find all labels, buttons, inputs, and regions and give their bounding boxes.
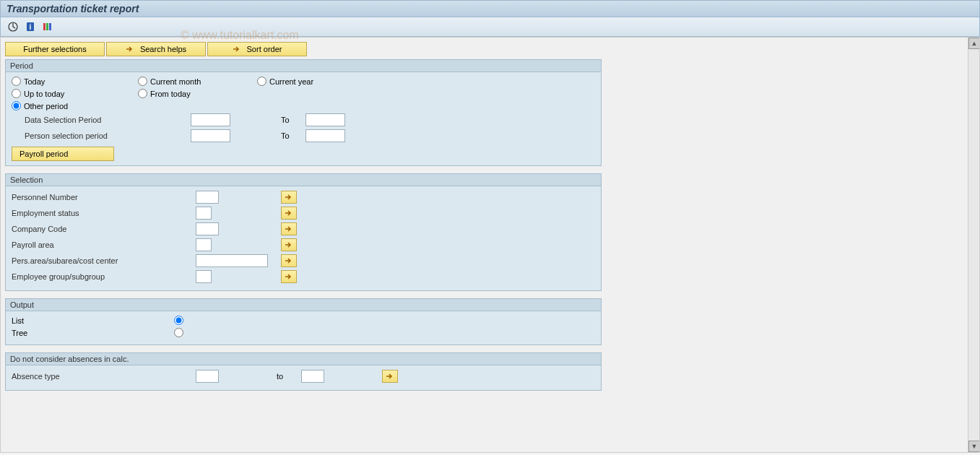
absences-group: Do not consider absences in calc. Absenc… [5, 352, 602, 391]
radio-up-to-today-input[interactable] [12, 89, 21, 98]
scroll-up-icon[interactable]: ▲ [968, 38, 980, 49]
scrollbar-vertical[interactable]: ▲ ▼ [968, 38, 979, 452]
svg-rect-5 [49, 23, 51, 30]
radio-today-input[interactable] [12, 77, 21, 86]
absence-type-from[interactable] [196, 370, 219, 383]
employee-group-input[interactable] [196, 270, 212, 283]
radio-current-year[interactable]: Current year [257, 77, 313, 86]
period-group: Period Today Current month Current year [5, 59, 602, 166]
output-list-label: List [12, 316, 174, 325]
output-tree-label: Tree [12, 329, 174, 337]
page-title: Transportation ticket report [6, 3, 139, 14]
top-button-row: Further selections Search helps Sort ord… [5, 42, 975, 56]
variant-icon[interactable] [41, 20, 54, 33]
radio-current-month[interactable]: Current month [138, 77, 257, 86]
radio-from-today[interactable]: From today [138, 89, 257, 98]
radio-other-period-input[interactable] [12, 101, 21, 110]
info-icon[interactable]: i [24, 20, 37, 33]
personnel-number-input[interactable] [196, 191, 219, 204]
arrow-right-icon [126, 46, 136, 53]
absence-to-label: to [277, 372, 298, 381]
absence-type-multiple[interactable] [382, 370, 398, 383]
output-group-title: Output [6, 299, 601, 311]
radio-today-label: Today [24, 77, 45, 86]
output-group: Output List Tree [5, 298, 602, 345]
radio-current-year-input[interactable] [257, 77, 266, 86]
to-label-2: To [281, 131, 303, 140]
pers-area-label: Pers.area/subarea/cost center [12, 256, 196, 265]
payroll-period-label: Payroll period [19, 150, 68, 158]
data-selection-period-from[interactable] [191, 113, 230, 126]
sort-order-label: Sort order [247, 45, 282, 53]
search-helps-label: Search helps [140, 45, 186, 53]
person-selection-period-label: Person selection period [25, 131, 191, 140]
search-helps-button[interactable]: Search helps [106, 42, 206, 56]
further-selections-button[interactable]: Further selections [5, 42, 105, 56]
radio-other-period-label: Other period [24, 102, 68, 110]
radio-other-period[interactable]: Other period [12, 101, 138, 110]
absences-group-title: Do not consider absences in calc. [6, 353, 601, 365]
toolbar: i [0, 17, 980, 37]
radio-current-year-label: Current year [269, 77, 313, 86]
output-list-radio[interactable] [174, 316, 183, 325]
selection-group: Selection Personnel Number Employment st… [5, 173, 602, 291]
radio-from-today-input[interactable] [138, 89, 147, 98]
execute-icon[interactable] [6, 20, 19, 33]
period-group-title: Period [6, 60, 601, 72]
window-title-bar: Transportation ticket report [0, 0, 980, 17]
scroll-down-icon[interactable]: ▼ [968, 441, 980, 452]
employee-group-multiple[interactable] [281, 270, 297, 283]
radio-up-to-today[interactable]: Up to today [12, 89, 138, 98]
data-selection-period-label: Data Selection Period [25, 116, 191, 124]
absence-type-to[interactable] [301, 370, 324, 383]
content-area: Further selections Search helps Sort ord… [0, 37, 980, 453]
payroll-area-label: Payroll area [12, 240, 196, 249]
company-code-label: Company Code [12, 225, 196, 233]
svg-rect-3 [43, 23, 45, 30]
payroll-period-button[interactable]: Payroll period [12, 147, 114, 161]
arrow-right-icon [233, 46, 243, 53]
data-selection-period-to[interactable] [305, 113, 345, 126]
svg-rect-4 [46, 23, 48, 30]
radio-up-to-today-label: Up to today [24, 90, 64, 98]
sort-order-button[interactable]: Sort order [207, 42, 307, 56]
further-selections-label: Further selections [23, 45, 86, 53]
person-selection-period-to[interactable] [305, 129, 345, 142]
personnel-number-label: Personnel Number [12, 193, 196, 202]
to-label-1: To [281, 116, 303, 124]
radio-current-month-label: Current month [150, 77, 201, 86]
company-code-input[interactable] [196, 222, 219, 235]
radio-current-month-input[interactable] [138, 77, 147, 86]
selection-group-title: Selection [6, 174, 601, 186]
payroll-area-multiple[interactable] [281, 238, 297, 251]
personnel-number-multiple[interactable] [281, 191, 297, 204]
pers-area-input[interactable] [196, 254, 268, 267]
employment-status-input[interactable] [196, 207, 212, 220]
svg-text:i: i [30, 23, 32, 31]
radio-from-today-label: From today [150, 90, 191, 98]
output-tree-radio[interactable] [174, 328, 183, 337]
employment-status-label: Employment status [12, 209, 196, 217]
pers-area-multiple[interactable] [281, 254, 297, 267]
person-selection-period-from[interactable] [191, 129, 230, 142]
payroll-area-input[interactable] [196, 238, 212, 251]
company-code-multiple[interactable] [281, 222, 297, 235]
absence-type-label: Absence type [12, 372, 196, 381]
employee-group-label: Employee group/subgroup [12, 272, 196, 281]
employment-status-multiple[interactable] [281, 207, 297, 220]
radio-today[interactable]: Today [12, 77, 138, 86]
